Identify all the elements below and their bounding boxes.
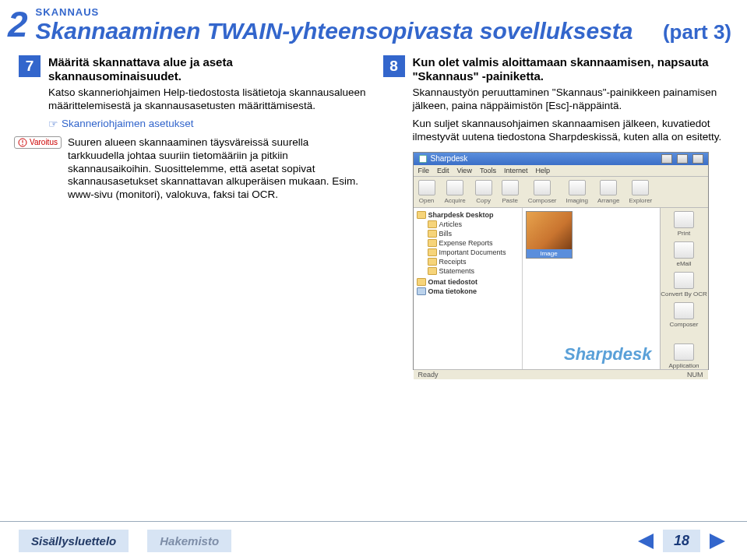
tree-item-label: Statements (439, 267, 475, 275)
step-8-text1: Skannaustyön peruuttaminen "Skannaus"-pa… (413, 86, 732, 113)
folder-icon (428, 267, 437, 275)
composer-icon (674, 302, 694, 319)
output-label: Convert By OCR (661, 291, 707, 298)
folder-icon (417, 278, 426, 286)
brand-watermark: Sharpdesk (564, 344, 652, 365)
output-email[interactable]: eMail (674, 241, 694, 267)
toolbar-label: Open (419, 197, 435, 204)
menu-item[interactable]: File (418, 167, 430, 174)
menu-item[interactable]: View (457, 167, 472, 174)
tree-root-label: Sharpdesk Desktop (428, 211, 494, 219)
toolbar-arrange[interactable]: Arrange (597, 180, 619, 204)
folder-icon (428, 230, 437, 238)
pointer-icon: ☞ (48, 118, 58, 130)
caution-block: Varoitus Suuren alueen skannaaminen täys… (14, 136, 368, 202)
content-pane: Image Sharpdesk (523, 208, 660, 369)
toolbar-open[interactable]: Open (418, 180, 435, 204)
tree-my-computer[interactable]: Oma tietokone (417, 287, 519, 295)
toolbar-explorer[interactable]: Explorer (629, 180, 652, 204)
menu-item[interactable]: Help (535, 167, 550, 174)
prev-page-button[interactable] (635, 532, 655, 551)
step-7-text: Katso skanneriohjaimen Help-tiedostosta … (48, 86, 368, 113)
output-print[interactable]: Print (674, 211, 694, 237)
toolbar-copy[interactable]: Copy (475, 180, 492, 204)
menu-bar: File Edit View Tools Internet Help (414, 165, 708, 177)
part-label: (part 3) (663, 20, 731, 44)
toolbar-acquire[interactable]: Acquire (445, 180, 466, 204)
thumbnail-preview (527, 212, 572, 249)
folder-icon (428, 220, 437, 228)
toolbar: Open Acquire Copy Paste Composer Imaging… (414, 177, 708, 208)
explorer-icon (632, 180, 649, 195)
output-label: Print (678, 230, 690, 237)
step-8-title: Kun olet valmis aloittamaan skannaamisen… (413, 55, 732, 83)
toc-button[interactable]: Sisällysluettelo (19, 530, 129, 552)
menu-item[interactable]: Edit (437, 167, 449, 174)
tree-item-label: Important Documents (439, 248, 506, 256)
page-title: Skannaaminen TWAIN-yhteensopivasta sovel… (36, 18, 647, 44)
tree-item-label: Bills (439, 230, 453, 238)
toolbar-label: Explorer (629, 197, 652, 204)
maximize-button[interactable] (677, 154, 688, 164)
status-numlock: NUM (687, 371, 703, 379)
tree-item[interactable]: Important Documents (417, 248, 519, 256)
toolbar-imaging[interactable]: Imaging (566, 180, 588, 204)
sharpdesk-window: Sharpdesk File Edit View Tools Internet … (413, 152, 709, 370)
output-label: Application (668, 362, 699, 369)
content-columns: 7 Määritä skannattava alue ja aseta skan… (0, 44, 747, 376)
warning-icon (18, 138, 27, 147)
section-label: SKANNAUS (36, 6, 647, 18)
tree-item[interactable]: Bills (417, 230, 519, 238)
tree-item-label: Oma tietokone (428, 287, 477, 295)
window-titlebar: Sharpdesk (414, 153, 708, 165)
tree-item[interactable]: Expense Reports (417, 239, 519, 247)
toolbar-paste[interactable]: Paste (502, 180, 519, 204)
svg-point-2 (22, 144, 23, 145)
toolbar-label: Imaging (566, 197, 588, 204)
toolbar-composer[interactable]: Composer (528, 180, 557, 204)
window-title: Sharpdesk (431, 154, 657, 163)
folder-icon (428, 248, 437, 256)
step-number-badge: 7 (19, 55, 41, 77)
tree-my-documents[interactable]: Omat tiedostot (417, 278, 519, 286)
scanned-image-thumbnail[interactable]: Image (526, 211, 573, 259)
caution-text: Suuren alueen skannaaminen täysväreissä … (68, 136, 368, 202)
toolbar-label: Acquire (445, 197, 466, 204)
copy-icon (475, 180, 492, 195)
thumbnail-caption: Image (527, 249, 572, 258)
output-ocr[interactable]: Convert By OCR (661, 272, 707, 298)
page-header: 2 SKANNAUS Skannaaminen TWAIN-yhteensopi… (0, 0, 747, 44)
tree-item-label: Omat tiedostot (428, 278, 478, 286)
tree-item[interactable]: Receipts (417, 258, 519, 266)
close-button[interactable] (692, 154, 703, 164)
right-column: 8 Kun olet valmis aloittamaan skannaamis… (383, 55, 732, 376)
minimize-button[interactable] (661, 154, 672, 164)
output-zone: Print eMail Convert By OCR Composer Appl… (660, 208, 708, 369)
application-icon (674, 343, 694, 361)
scanner-settings-link[interactable]: ☞ Skanneriohjaimen asetukset (48, 118, 368, 130)
status-text: Ready (418, 371, 439, 379)
tree-root[interactable]: Sharpdesk Desktop (417, 211, 519, 219)
window-body: Sharpdesk Desktop Articles Bills Expense… (414, 208, 708, 369)
step-8: 8 Kun olet valmis aloittamaan skannaamis… (383, 55, 732, 370)
open-icon (418, 180, 435, 195)
output-label: Composer (670, 321, 699, 328)
step-7-title: Määritä skannattava alue ja aseta skanna… (48, 55, 368, 83)
next-page-button[interactable] (708, 532, 728, 551)
step-7-body: Määritä skannattava alue ja aseta skanna… (48, 55, 368, 202)
menu-item[interactable]: Tools (480, 167, 496, 174)
tree-item[interactable]: Articles (417, 220, 519, 228)
menu-item[interactable]: Internet (504, 167, 528, 174)
paste-icon (502, 180, 519, 195)
folder-icon (428, 239, 437, 247)
tree-item-label: Expense Reports (439, 239, 493, 247)
page-navigation: 18 (635, 530, 728, 552)
output-composer[interactable]: Composer (670, 302, 699, 328)
header-text-block: SKANNAUS Skannaaminen TWAIN-yhteensopiva… (36, 6, 647, 44)
chapter-number: 2 (8, 6, 28, 42)
page-footer: Sisällysluettelo Hakemisto 18 (0, 521, 747, 560)
step-8-text2: Kun suljet skannausohjaimen skannaamisen… (413, 118, 732, 144)
index-button[interactable]: Hakemisto (147, 530, 231, 552)
tree-item[interactable]: Statements (417, 267, 519, 275)
output-application[interactable]: Application (668, 343, 699, 369)
